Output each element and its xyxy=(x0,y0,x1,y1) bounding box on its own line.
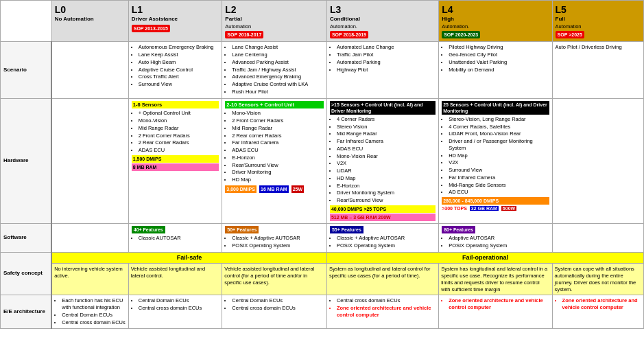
list-item: Lane Change Assist xyxy=(232,44,324,51)
safety-l3-desc: System as longitudinal and lateral contr… xyxy=(326,264,438,295)
l5-sop-badge: SOP >2025 xyxy=(556,31,584,38)
safety-l4-text: System has longitudinal and lateral cont… xyxy=(441,266,547,292)
list-item: Zone oriented architecture and vehicle c… xyxy=(337,305,436,319)
l0-num: L0 xyxy=(55,3,126,16)
l3-subname: Automation. xyxy=(330,23,436,30)
ee-l0: Each function has his ECU with functiona… xyxy=(51,295,128,329)
list-item: Central cross domain ECUs xyxy=(232,305,324,312)
list-item: POSIX Operating System xyxy=(337,242,436,249)
scenario-l0 xyxy=(51,42,128,98)
hardware-l2: 2-10 Sensors + Control Unit Mono-Vision … xyxy=(222,98,327,223)
l1-sop-badge: SOP 2013-2015 xyxy=(132,25,170,32)
list-item: POSIX Operating System xyxy=(449,242,549,249)
list-item: E-Horizon xyxy=(337,183,436,190)
l5-num: L5 xyxy=(556,3,641,16)
list-item: Adaptive AUTOSAR xyxy=(449,235,549,242)
l2-name: Partial xyxy=(225,16,324,23)
hw-l2-ram: 16 MB RAM xyxy=(259,185,289,193)
list-item: HD Map xyxy=(337,175,436,182)
sw-l3-features: 55+ Features xyxy=(330,226,363,233)
safety-l0-desc: No intervening vehicle system active. xyxy=(51,264,128,295)
safety-l5-desc: System can cope with all situations auto… xyxy=(552,264,643,295)
hw-l3-stats: 40,000 DMIPS >25 TOPS xyxy=(330,205,436,213)
scenario-row: Scenario Autonomous Emergency Braking La… xyxy=(1,42,644,98)
ee-l5: Zone oriented architecture and vehicle c… xyxy=(552,295,643,329)
list-item: Central cross domain ECUs xyxy=(62,319,126,326)
hw-l1-ram: 8 MB RAM xyxy=(132,163,219,171)
list-item: Unattended Valet Parking xyxy=(449,59,549,66)
failop-label: Fail-operational xyxy=(462,254,508,261)
list-item: Classic + Adaptive AUTOSAR xyxy=(337,235,436,242)
software-l0 xyxy=(51,224,128,253)
list-item: Advanced Parking Assist xyxy=(232,59,324,66)
list-item: Advanced Emergency Braking xyxy=(232,73,324,80)
safety-l4-desc: System has longitudinal and lateral cont… xyxy=(439,264,552,295)
scenario-l3: Automated Lane Change Traffic Jam Pilot … xyxy=(326,42,438,98)
software-l1: 40+ Features Classic AUTOSAR xyxy=(128,224,222,253)
list-item: Mid Range Radar xyxy=(139,125,219,132)
list-item: Classic + Adaptive AUTOSAR xyxy=(232,235,324,242)
hw-l2-sensors: 2-10 Sensors + Control Unit xyxy=(225,101,324,109)
l1-name: Driver Assistance xyxy=(132,16,219,23)
list-item: Driver Monitoring System xyxy=(337,190,436,196)
sw-l2-features: 50+ Features xyxy=(225,226,259,233)
l2-subname: Automation xyxy=(225,23,324,30)
ee-l4: Zone oriented architecture and vehicle c… xyxy=(439,295,552,329)
list-item: Mono-Vision xyxy=(139,117,219,124)
list-item: Cross Traffic Alert xyxy=(139,73,219,80)
safety-desc-row: No intervening vehicle system active. Ve… xyxy=(1,264,644,295)
list-item: Driver Monitoring xyxy=(232,169,324,176)
list-item: Central Domain ECUs xyxy=(139,297,219,304)
safety-l1-text: Vehicle assisted longitudinal and latera… xyxy=(131,266,205,279)
ee-l1: Central Domain ECUs Central cross domain… xyxy=(128,295,222,329)
safety-failop-header: Fail-operational xyxy=(326,252,643,264)
hw-l4-dmips: 280,000 - 845,000 DMIPS xyxy=(442,197,549,205)
ee-row: E/E architecture Each function has his E… xyxy=(1,295,644,329)
software-l3: 55+ Features Classic + Adaptive AUTOSAR … xyxy=(326,224,438,253)
hw-l4-watts: 600W xyxy=(501,206,516,211)
hw-l3-sensors: >15 Sensors + Control Unit (incl. AI) an… xyxy=(330,101,436,115)
list-item: Zone oriented architecture and vehicle c… xyxy=(449,297,549,311)
list-item: Lane Keep Assist xyxy=(139,51,219,58)
software-l5 xyxy=(552,224,643,253)
list-item: Stereo-Vision, Long Range Radar xyxy=(449,116,549,123)
list-item: Automated Parking xyxy=(337,59,436,66)
hw-l4-ram: 32 GB RAM xyxy=(470,206,499,211)
list-item: Zone oriented architecture and vehicle c… xyxy=(562,297,641,311)
safety-header-row: Safety concept Fail-safe Fail-operationa… xyxy=(1,252,644,264)
list-item: 2 Rear Corner Radars xyxy=(139,139,219,146)
list-item: Mobility on Demand xyxy=(449,67,549,73)
list-item: Mono-Vision xyxy=(232,110,324,117)
level-header-l3: L3 Conditional Automation. SOP 2018-2019 xyxy=(326,1,438,42)
list-item: Mono-Vision Rear xyxy=(337,153,436,160)
list-item: LiDAR xyxy=(337,168,436,174)
ee-label: E/E architecture xyxy=(1,295,52,329)
hw-l4-sensors: 25 Sensors + Control Unit (incl. AI) and… xyxy=(442,101,549,115)
hw-l2-dmips: 3,000 DMIPS xyxy=(225,185,257,193)
list-item: 4 Corner Radars xyxy=(337,116,436,123)
list-item: Adaptive Cruise Control xyxy=(139,67,219,73)
list-item: Each function has his ECU with functiona… xyxy=(62,297,126,311)
ee-l2: Central Domain ECUs Central cross domain… xyxy=(222,295,327,329)
sw-l1-features: 40+ Features xyxy=(132,226,165,233)
safety-l3-text: System as longitudinal and lateral contr… xyxy=(329,266,431,279)
sw-l4-features: 80+ Features xyxy=(442,226,475,233)
l4-subname: Automation. xyxy=(442,23,549,30)
hardware-label: Hardware xyxy=(1,98,52,223)
list-item: ADAS ECU xyxy=(139,147,219,154)
safety-l1-desc: Vehicle assisted longitudinal and latera… xyxy=(128,264,222,295)
hardware-l3: >15 Sensors + Control Unit (incl. AI) an… xyxy=(326,98,438,223)
list-item: Adaptive Cruise Control with LKA xyxy=(232,81,324,88)
l5-name: Full xyxy=(556,16,641,23)
hw-l2-watts: 25W xyxy=(291,185,304,193)
list-item: Far Infrared Camera xyxy=(232,139,324,146)
main-table-container: L0 No Automation L1 Driver Assistance SO… xyxy=(0,0,644,329)
list-item: Stereo Vision xyxy=(337,124,436,130)
list-item: Surround View xyxy=(449,167,549,174)
list-item: E-Horizon xyxy=(232,154,324,161)
list-item: Surround View xyxy=(139,81,219,88)
list-item: 2 Front Corner Radars xyxy=(139,133,219,139)
l2-num: L2 xyxy=(225,3,324,16)
safety-l2-text: Vehicle assisted longitudinal and latera… xyxy=(224,266,314,286)
list-item: V2X xyxy=(337,160,436,167)
